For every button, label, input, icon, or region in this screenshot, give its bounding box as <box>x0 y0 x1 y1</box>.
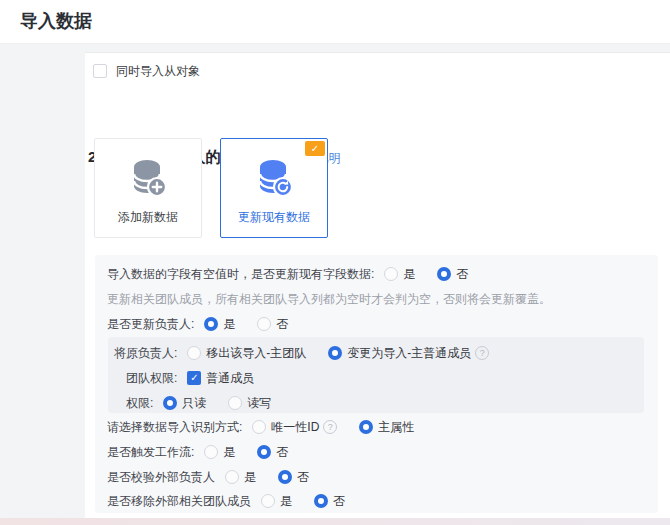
update-owner-option-no[interactable]: 否 <box>257 316 288 333</box>
check-icon: ✓ <box>311 144 319 154</box>
page-title: 导入数据 <box>20 0 92 43</box>
remove-external-option-yes[interactable]: 是 <box>261 493 292 510</box>
original-owner-label: 将原负责人: <box>114 345 177 362</box>
identify-mode-label: 请选择数据导入识别方式: <box>107 419 242 436</box>
empty-value-option-yes[interactable]: 是 <box>384 266 415 283</box>
owner-options-subpanel: 将原负责人: 移出该导入-主团队 变更为导入-主普通成员 ? 团队权限: ✓ 普… <box>108 337 644 413</box>
identify-mode-row: 请选择数据导入识别方式: 唯一性ID ? 主属性 <box>107 417 414 437</box>
radio-selected-icon[interactable] <box>278 470 292 484</box>
import-sub-object-label: 同时导入从对象 <box>116 63 200 80</box>
card-update-existing-label: 更新现有数据 <box>238 209 310 226</box>
radio-selected-icon[interactable] <box>257 445 271 459</box>
database-refresh-icon <box>252 159 296 201</box>
original-owner-option-remove[interactable]: 移出该导入-主团队 <box>187 345 306 362</box>
workflow-label: 是否触发工作流: <box>107 444 194 461</box>
selected-check-badge: ✓ <box>305 141 325 156</box>
identify-option-primary-attr[interactable]: 主属性 <box>359 419 414 436</box>
remove-external-row: 是否移除外部相关团队成员 是 否 <box>107 491 345 511</box>
help-icon[interactable]: ? <box>323 420 337 434</box>
content-panel: 同时导入从对象 2.请选择您要导入的方式 导入格式说明 添加新数据 ✓ <box>85 53 670 518</box>
checkbox-checked-icon[interactable]: ✓ <box>187 371 201 385</box>
team-permission-label: 团队权限: <box>126 370 177 387</box>
permission-option-readonly[interactable]: 只读 <box>163 395 206 412</box>
radio-unselected-icon[interactable] <box>204 445 218 459</box>
card-update-existing-data[interactable]: ✓ 更新现有数据 <box>220 138 328 238</box>
update-owner-option-yes[interactable]: 是 <box>204 316 235 333</box>
database-add-icon <box>126 159 170 201</box>
workflow-row: 是否触发工作流: 是 否 <box>107 442 288 462</box>
external-owner-row: 是否校验外部负责人 是 否 <box>107 467 309 487</box>
radio-selected-icon[interactable] <box>437 267 451 281</box>
import-sub-object-row: 同时导入从对象 <box>93 61 200 81</box>
empty-value-row: 导入数据的字段有空值时，是否更新现有字段数据: 是 否 <box>107 264 468 284</box>
team-permission-member-option[interactable]: ✓ 普通成员 <box>187 370 254 387</box>
team-update-helper-text: 更新相关团队成员，所有相关团队导入列都为空时才会判为空，否则将会更新覆盖。 <box>107 289 551 309</box>
radio-unselected-icon[interactable] <box>252 420 266 434</box>
radio-selected-icon[interactable] <box>314 494 328 508</box>
radio-unselected-icon[interactable] <box>187 346 201 360</box>
radio-unselected-icon[interactable] <box>261 494 275 508</box>
identify-option-unique-id[interactable]: 唯一性ID ? <box>252 419 337 436</box>
external-owner-option-no[interactable]: 否 <box>278 469 309 486</box>
empty-value-option-no[interactable]: 否 <box>437 266 468 283</box>
external-owner-option-yes[interactable]: 是 <box>225 469 256 486</box>
empty-value-label: 导入数据的字段有空值时，是否更新现有字段数据: <box>107 266 374 283</box>
workflow-option-yes[interactable]: 是 <box>204 444 235 461</box>
card-add-new-label: 添加新数据 <box>118 209 178 226</box>
remove-external-label: 是否移除外部相关团队成员 <box>107 493 251 510</box>
update-owner-row: 是否更新负责人: 是 否 <box>107 314 288 334</box>
import-options-panel: 导入数据的字段有空值时，是否更新现有字段数据: 是 否 更新相关团队成员，所有相… <box>95 255 658 513</box>
page-header: 导入数据 <box>0 0 670 44</box>
remove-external-option-no[interactable]: 否 <box>314 493 345 510</box>
original-owner-row: 将原负责人: 移出该导入-主团队 变更为导入-主普通成员 ? <box>114 343 489 363</box>
update-owner-label: 是否更新负责人: <box>107 316 194 333</box>
radio-selected-icon[interactable] <box>359 420 373 434</box>
radio-selected-icon[interactable] <box>163 396 177 410</box>
radio-unselected-icon[interactable] <box>228 396 242 410</box>
radio-unselected-icon[interactable] <box>257 317 271 331</box>
help-icon[interactable]: ? <box>475 346 489 360</box>
import-sub-object-checkbox[interactable] <box>93 64 107 78</box>
radio-unselected-icon[interactable] <box>384 267 398 281</box>
original-owner-option-change[interactable]: 变更为导入-主普通成员 <box>328 345 471 362</box>
workflow-option-no[interactable]: 否 <box>257 444 288 461</box>
radio-selected-icon[interactable] <box>328 346 342 360</box>
external-owner-label: 是否校验外部负责人 <box>107 469 215 486</box>
card-add-new-data[interactable]: 添加新数据 <box>94 138 202 238</box>
team-permission-row: 团队权限: ✓ 普通成员 <box>126 368 254 388</box>
radio-selected-icon[interactable] <box>204 317 218 331</box>
footer-divider <box>0 518 670 525</box>
permission-label: 权限: <box>126 395 153 412</box>
radio-unselected-icon[interactable] <box>225 470 239 484</box>
permission-row: 权限: 只读 读写 <box>126 393 271 413</box>
permission-option-readwrite[interactable]: 读写 <box>228 395 271 412</box>
